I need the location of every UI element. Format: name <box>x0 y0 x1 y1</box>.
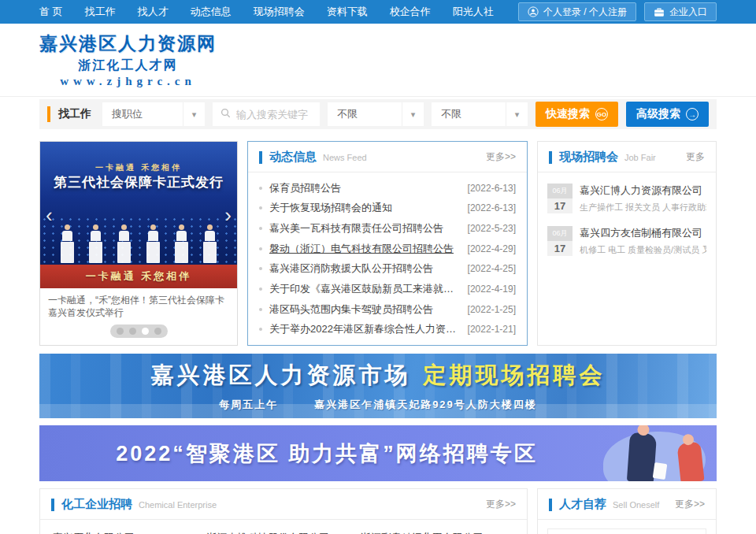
online-recruitment-banner[interactable]: 2022“智聚港区 助力共富”网络招聘专区 <box>39 425 717 481</box>
carousel-dot-4[interactable] <box>154 328 161 335</box>
keyword-search-field[interactable] <box>213 102 320 126</box>
job-fair-company: 嘉兴汇博人力资源有限公司 <box>580 184 706 198</box>
job-fair-banner[interactable]: 嘉兴港区人力资源市场 定期现场招聘会 每周五上午 嘉兴港区乍浦镇天妃路929号人… <box>39 354 717 418</box>
filter-1-value: 不限 <box>328 107 402 121</box>
bullet-icon <box>259 267 262 270</box>
news-item[interactable]: 保育员招聘公告 [2022-6-13] <box>259 181 516 195</box>
keyword-search-input[interactable] <box>236 109 312 121</box>
talent-subtitle: Sell Oneself <box>613 500 659 510</box>
filter-select-1[interactable]: 不限 ▾ <box>328 102 424 126</box>
advanced-search-button[interactable]: 高级搜索 → <box>626 102 709 127</box>
search-category-value: 搜职位 <box>102 107 183 121</box>
bullet-icon <box>259 308 262 311</box>
job-fair-item[interactable]: 06月 17 嘉兴四方友信制桶有限公司 机修工 电工 质量检验员/测试员 叉车.… <box>547 226 706 256</box>
chevron-down-icon[interactable]: ▾ <box>506 102 528 126</box>
job-fair-title: 现场招聘会 <box>559 150 618 165</box>
banner1-title-main: 嘉兴港区人力资源市场 <box>151 360 411 391</box>
presenter-figure <box>203 224 217 263</box>
blue-accent-bar <box>549 151 552 164</box>
company-item[interactable]: 嘉兴石化有限公司 工艺员 设备管理 警卫（残疾工） <box>53 531 206 534</box>
briefcase-icon <box>654 7 665 17</box>
bullet-icon <box>259 206 262 210</box>
news-item[interactable]: 关于举办2022年港区新春综合性人力资源暨春风... [2022-1-21] <box>259 322 516 336</box>
banner1-address: 嘉兴港区乍浦镇天妃路929号人防大楼四楼 <box>314 398 537 412</box>
date-badge: 06月 17 <box>547 226 573 256</box>
presenter-figure <box>117 224 131 263</box>
job-fair-item[interactable]: 06月 17 嘉兴汇博人力资源有限公司 生产操作工 报关文员 人事行政助理... <box>547 184 706 213</box>
personal-login-register-label: 个人登录 / 个人注册 <box>543 6 627 19</box>
blue-accent-bar <box>549 499 552 511</box>
nav-news[interactable]: 动态信息 <box>191 5 232 19</box>
nav-find-job[interactable]: 找工作 <box>85 5 116 19</box>
person-icon <box>528 6 539 17</box>
blue-accent-bar <box>51 499 54 511</box>
job-fair-positions: 生产操作工 报关文员 人事行政助理... <box>580 202 706 213</box>
carousel-dot-2[interactable] <box>129 328 136 335</box>
news-feed-more-link[interactable]: 更多>> <box>486 150 516 164</box>
personal-login-register-button[interactable]: 个人登录 / 个人注册 <box>518 2 636 21</box>
chevron-down-icon[interactable]: ▾ <box>183 102 205 126</box>
nav-find-talent[interactable]: 找人才 <box>138 5 169 19</box>
banner1-title-highlight: 定期现场招聘会 <box>424 360 606 391</box>
nav-sunshine-hr[interactable]: 阳光人社 <box>453 5 494 19</box>
nav-downloads[interactable]: 资料下载 <box>327 5 368 19</box>
nav-school-cooperation[interactable]: 校企合作 <box>390 5 431 19</box>
news-item-hovered[interactable]: 磐动（浙江）电气科技有限公司招聘公告 [2022-4-29] <box>259 242 516 256</box>
chemical-enterprise-title: 化工企业招聘 <box>61 497 132 512</box>
stage-presenters <box>40 224 237 263</box>
news-item[interactable]: 嘉兴美一瓦科技有限责任公司招聘公告 [2022-5-23] <box>259 221 516 235</box>
site-subtitle: 浙江化工人才网 <box>39 57 217 74</box>
stage-red-carpet: 一卡融通 禾您相伴 <box>40 265 237 288</box>
slide-tagline-bottom: 一卡融通 禾您相伴 <box>86 269 192 284</box>
slide-tagline-top: 一卡融通 禾您相伴 <box>40 162 237 173</box>
chevron-left-icon[interactable]: ‹ <box>46 205 53 225</box>
chevron-down-icon[interactable]: ▾ <box>402 102 424 126</box>
carousel-dot-3-active[interactable] <box>142 328 149 335</box>
chemical-enterprise-subtitle: Chemical Enterprise <box>139 500 217 510</box>
bullet-icon <box>259 187 262 190</box>
site-logo[interactable]: 嘉兴港区人力资源网 浙江化工人才网 www.zjhgrc.cn <box>39 32 217 88</box>
nav-home[interactable]: 首 页 <box>39 5 63 19</box>
bullet-icon <box>259 247 262 250</box>
chemical-enterprise-panel: 化工企业招聘 Chemical Enterprise 更多>> 嘉兴石化有限公司… <box>39 488 528 534</box>
job-fair-company: 嘉兴四方友信制桶有限公司 <box>580 226 706 240</box>
company-item[interactable]: 浙江彩皇精细化工有限公司 普工（制造科） 营业担当 <box>361 531 514 534</box>
quick-search-label: 快速搜索 <box>546 107 590 121</box>
talent-header: 人才自荐 Sell Oneself 更多>> <box>538 489 716 520</box>
carousel-dot-1[interactable] <box>117 328 124 335</box>
talent-card[interactable]: P243243 男 | 嘉兴市->嘉兴港区 | 八年以上 <box>547 528 706 534</box>
news-feed-header: 动态信息 News Feed 更多>> <box>248 142 527 172</box>
carousel-slide[interactable]: 一卡融通 禾您相伴 第三代社会保障卡正式发行 一卡融通 禾您相伴 ‹ › <box>40 142 237 288</box>
quick-search-button[interactable]: 快速搜索 GO <box>536 102 618 127</box>
paper-decoration <box>653 462 668 480</box>
job-fair-more-link[interactable]: 更多 <box>686 150 705 164</box>
carousel-caption[interactable]: 一卡融通，“禾”您相伴！第三代社会保障卡嘉兴首发仪式举行 <box>40 288 237 321</box>
company-item[interactable]: 浙江麦堆科技股份有限公司 销售专员 会计 土建主管 <box>206 531 360 534</box>
presenter-figure <box>175 224 188 263</box>
nav-job-fair[interactable]: 现场招聘会 <box>254 5 305 19</box>
presenter-figure <box>89 224 102 263</box>
news-item[interactable]: 关于印发《嘉兴港区鼓励新员工来港就业补助操作... [2022-4-19] <box>259 282 516 296</box>
people-illustration <box>591 425 717 481</box>
chemical-enterprise-more-link[interactable]: 更多>> <box>486 498 516 511</box>
news-item[interactable]: 港区码头范围内集卡驾驶员招聘公告 [2022-1-25] <box>259 302 516 317</box>
filter-select-2[interactable]: 不限 ▾ <box>432 102 528 126</box>
talent-more-link[interactable]: 更多>> <box>675 498 705 511</box>
news-list: 保育员招聘公告 [2022-6-13] 关于恢复现场招聘会的通知 [2022-6… <box>248 172 527 345</box>
job-fair-positions: 机修工 电工 质量检验员/测试员 叉车... <box>580 244 706 256</box>
job-fair-panel: 现场招聘会 Job Fair 更多 06月 17 嘉兴汇博人力资源有限公司 生产… <box>537 141 717 346</box>
company-list: 嘉兴石化有限公司 工艺员 设备管理 警卫（残疾工） 浙江麦堆科技股份有限公司 销… <box>40 520 527 534</box>
filter-2-value: 不限 <box>432 107 506 121</box>
news-item[interactable]: 关于恢复现场招聘会的通知 [2022-6-13] <box>259 201 516 215</box>
search-category-select[interactable]: 搜职位 ▾ <box>102 102 205 126</box>
news-item[interactable]: 嘉兴港区消防救援大队公开招聘公告 [2022-4-25] <box>259 261 516 276</box>
chevron-right-icon[interactable]: › <box>224 205 232 225</box>
bottom-content-row: 化工企业招聘 Chemical Enterprise 更多>> 嘉兴石化有限公司… <box>39 488 717 534</box>
bullet-icon <box>259 328 262 331</box>
main-content-row: 一卡融通 禾您相伴 第三代社会保障卡正式发行 一卡融通 禾您相伴 ‹ › 一卡融… <box>39 141 717 346</box>
bullet-icon <box>259 287 262 291</box>
banner1-schedule: 每周五上午 <box>219 398 278 412</box>
enterprise-entry-button[interactable]: 企业入口 <box>644 2 717 21</box>
carousel-pagination <box>40 321 237 345</box>
advanced-search-label: 高级搜索 <box>636 107 680 121</box>
